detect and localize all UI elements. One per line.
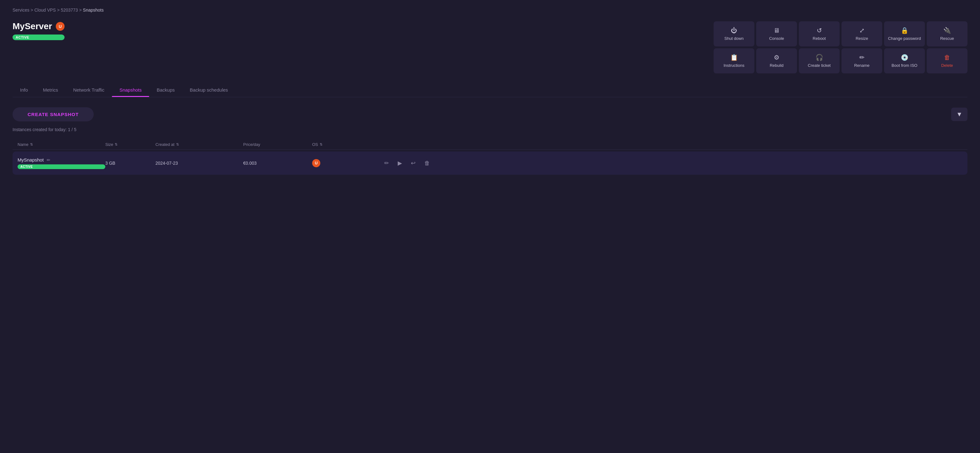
snapshot-size: 3 GB <box>105 161 115 166</box>
table-header: Name ⇅ Size ⇅ Created at ⇅ Price/day OS … <box>13 140 967 150</box>
snapshot-restore-button[interactable]: ▶ <box>396 158 403 168</box>
server-name: MyServer <box>13 21 52 31</box>
breadcrumb-current: Snapshots <box>83 8 104 13</box>
snapshot-price: €0.003 <box>243 161 257 166</box>
clone-icon: ↩ <box>411 160 415 166</box>
instructions-label: Instructions <box>724 63 745 68</box>
change-password-button[interactable]: 🔒 Change password <box>884 21 925 46</box>
sort-os-icon[interactable]: ⇅ <box>320 142 323 147</box>
lock-icon: 🔒 <box>901 27 908 33</box>
snapshot-status-badge: ACTIVE <box>18 164 105 169</box>
snapshot-row-actions: ✏ ▶ ↩ 🗑 <box>375 158 431 168</box>
change-password-label: Change password <box>888 36 921 41</box>
edit-name-icon[interactable]: ✏ <box>47 158 51 163</box>
tab-metrics[interactable]: Metrics <box>35 83 65 97</box>
nav-tabs: Info Metrics Network Traffic Snapshots B… <box>13 83 967 97</box>
snapshot-price-cell: €0.003 <box>243 160 312 166</box>
breadcrumb-services[interactable]: Services <box>13 8 29 13</box>
reboot-icon: ↺ <box>817 27 822 33</box>
table-row: MySnapshot ✏ ACTIVE 3 GB 2024-07-23 €0.0… <box>13 152 967 175</box>
rescue-icon: 🔌 <box>943 27 951 33</box>
delete-row-icon: 🗑 <box>424 160 430 166</box>
console-label: Console <box>769 36 784 41</box>
sort-created-icon[interactable]: ⇅ <box>176 142 179 147</box>
boot-from-iso-button[interactable]: 💿 Boot from ISO <box>884 48 925 73</box>
col-header-price-day: Price/day <box>243 142 312 147</box>
snapshot-name-cell: MySnapshot ✏ ACTIVE <box>18 157 105 169</box>
rebuild-label: Rebuild <box>770 63 783 68</box>
tab-backup-schedules[interactable]: Backup schedules <box>182 83 235 97</box>
col-header-size: Size ⇅ <box>105 142 156 147</box>
sort-size-icon[interactable]: ⇅ <box>115 142 118 147</box>
rename-button[interactable]: ✏ Rename <box>842 48 882 73</box>
console-button[interactable]: 🖥 Console <box>756 21 797 46</box>
filter-button[interactable]: ▼ <box>951 108 967 121</box>
tab-backups[interactable]: Backups <box>149 83 182 97</box>
rename-label: Rename <box>854 63 869 68</box>
reboot-label: Reboot <box>813 36 826 41</box>
delete-button[interactable]: 🗑 Delete <box>927 48 967 73</box>
create-snapshot-button[interactable]: CREATE SNAPSHOT <box>13 107 94 121</box>
snapshot-os-cell: U <box>312 159 375 167</box>
server-status-badge: ACTIVE <box>13 35 65 40</box>
resize-icon: ⤢ <box>859 27 865 33</box>
tab-snapshots[interactable]: Snapshots <box>112 83 149 97</box>
rescue-button[interactable]: 🔌 Rescue <box>927 21 967 46</box>
tab-network-traffic[interactable]: Network Traffic <box>65 83 112 97</box>
breadcrumb-server-id[interactable]: 5203773 <box>61 8 78 13</box>
instances-info: Instances created for today: 1 / 5 <box>13 127 967 132</box>
tab-info[interactable]: Info <box>13 83 35 97</box>
sort-name-icon[interactable]: ⇅ <box>30 142 33 147</box>
snapshot-edit-button[interactable]: ✏ <box>383 158 390 168</box>
col-header-actions <box>375 142 431 147</box>
rename-icon: ✏ <box>859 54 865 61</box>
snapshots-content: CREATE SNAPSHOT ▼ Instances created for … <box>13 107 967 175</box>
breadcrumb-cloud-vps[interactable]: Cloud VPS <box>35 8 56 13</box>
shut-down-label: Shut down <box>724 36 743 41</box>
snapshot-name: MySnapshot <box>18 157 44 163</box>
snapshot-created-at: 2024-07-23 <box>156 161 178 166</box>
col-header-os: OS ⇅ <box>312 142 375 147</box>
filter-icon: ▼ <box>956 111 963 118</box>
power-icon: ⏻ <box>731 27 737 33</box>
ubuntu-os-icon: U <box>56 22 65 31</box>
shut-down-button[interactable]: ⏻ Shut down <box>714 21 754 46</box>
rebuild-button[interactable]: ⚙ Rebuild <box>756 48 797 73</box>
breadcrumb: Services > Cloud VPS > 5203773 > Snapsho… <box>13 8 967 13</box>
snapshot-created-at-cell: 2024-07-23 <box>156 160 243 166</box>
delete-label: Delete <box>941 63 953 68</box>
rescue-label: Rescue <box>940 36 954 41</box>
snapshot-size-cell: 3 GB <box>105 160 156 166</box>
snapshots-table: Name ⇅ Size ⇅ Created at ⇅ Price/day OS … <box>13 140 967 175</box>
disc-icon: 💿 <box>901 54 908 61</box>
console-icon: 🖥 <box>773 27 780 33</box>
boot-from-iso-label: Boot from ISO <box>892 63 917 68</box>
create-ticket-button[interactable]: 🎧 Create ticket <box>799 48 840 73</box>
col-header-name: Name ⇅ <box>18 142 105 147</box>
trash-icon: 🗑 <box>944 54 950 61</box>
snapshot-clone-button[interactable]: ↩ <box>410 158 417 168</box>
action-buttons-grid: ⏻ Shut down 🖥 Console ↺ Reboot ⤢ Resize … <box>714 21 967 73</box>
headset-icon: 🎧 <box>816 54 823 61</box>
snapshot-os-icon: U <box>312 159 320 167</box>
col-header-created-at: Created at ⇅ <box>156 142 243 147</box>
instructions-icon: 📋 <box>730 54 738 61</box>
rebuild-icon: ⚙ <box>774 54 780 61</box>
edit-icon: ✏ <box>384 160 389 166</box>
play-icon: ▶ <box>398 160 402 166</box>
resize-button[interactable]: ⤢ Resize <box>842 21 882 46</box>
create-ticket-label: Create ticket <box>808 63 831 68</box>
snapshot-delete-button[interactable]: 🗑 <box>423 159 431 168</box>
resize-label: Resize <box>856 36 868 41</box>
reboot-button[interactable]: ↺ Reboot <box>799 21 840 46</box>
instructions-button[interactable]: 📋 Instructions <box>714 48 754 73</box>
